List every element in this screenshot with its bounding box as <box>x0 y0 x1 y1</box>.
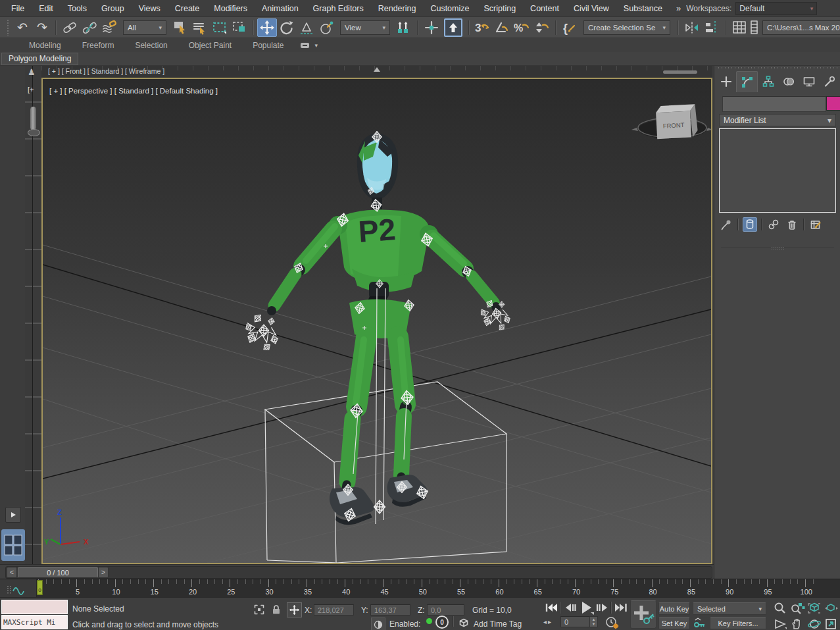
track-bar[interactable]: 5101520253035404550556065707580859095100… <box>0 579 840 598</box>
trackbar-frame-number[interactable]: 45 <box>365 588 403 596</box>
zoom-extents-button[interactable] <box>806 602 822 615</box>
tab-create[interactable] <box>716 71 736 92</box>
trackbar-frame-number[interactable]: 30 <box>250 588 288 596</box>
select-and-manipulate-button[interactable] <box>422 18 441 37</box>
bind-to-space-warp-button[interactable] <box>99 18 119 37</box>
menu-item[interactable]: Customize <box>423 4 476 13</box>
set-key-button[interactable]: Set Key <box>658 617 690 629</box>
select-by-name-button[interactable] <box>190 18 210 37</box>
front-viewport-label[interactable]: [ + ] [ Front ] [ Standard ] [ Wireframe… <box>48 67 164 75</box>
ribbon-tab[interactable]: Modeling <box>18 39 72 52</box>
select-and-link-button[interactable] <box>60 18 80 37</box>
snap-toggle-3d-button[interactable]: 3 <box>473 18 493 37</box>
tab-motion[interactable] <box>778 71 799 92</box>
modifier-stack-list[interactable] <box>719 128 836 213</box>
panel-rollout-divider[interactable] <box>721 248 834 248</box>
perspective-viewport-label[interactable]: [ + ] [ Perspective ] [ Standard ] [ Def… <box>49 87 218 95</box>
named-selection-set-dropdown[interactable]: Create Selection Se ▾ <box>583 20 670 35</box>
pin-stack-button[interactable] <box>719 217 733 232</box>
menu-item[interactable]: Content <box>523 4 566 13</box>
time-slider-handle[interactable]: 0 / 100 <box>18 567 98 578</box>
ribbon-tab[interactable]: Freeform <box>72 39 125 52</box>
left-hand-rig-cluster[interactable] <box>244 313 279 353</box>
trackbar-frame-number[interactable]: 100 <box>787 588 826 596</box>
keyboard-shortcut-override-toggle[interactable] <box>444 18 462 37</box>
z-coordinate-field[interactable]: 0,0 <box>427 604 464 616</box>
absolute-offset-mode-toggle[interactable] <box>287 602 302 617</box>
x-coordinate-field[interactable]: 218,027 <box>314 604 354 616</box>
trackbar-frame-number[interactable]: 85 <box>672 588 710 596</box>
tab-display[interactable] <box>799 71 819 92</box>
selection-set-dropdown[interactable]: Selected ▾ <box>693 602 766 615</box>
menu-item[interactable]: Substance <box>616 4 670 13</box>
toolbar-drag-handle[interactable] <box>7 19 10 36</box>
panel-drag-handle[interactable] <box>717 66 838 70</box>
toggle-scene-explorer-button[interactable] <box>729 18 749 37</box>
go-to-end-button[interactable] <box>613 602 629 614</box>
menu-item[interactable]: Scripting <box>476 4 523 13</box>
tab-modify[interactable] <box>736 71 758 92</box>
ribbon-tab[interactable]: Populate <box>242 39 294 52</box>
menu-item[interactable]: Civil View <box>566 4 616 13</box>
viewport-scrollbar-handle[interactable] <box>663 70 697 74</box>
select-and-rotate-button[interactable] <box>277 18 297 37</box>
ribbon-config-dropdown[interactable]: ▾ <box>300 41 318 52</box>
time-slider-track[interactable] <box>5 566 712 579</box>
polygon-modeling-panel[interactable]: Polygon Modeling <box>1 53 78 65</box>
time-configuration-button[interactable] <box>605 616 620 629</box>
isolate-selection-toggle[interactable] <box>253 603 266 616</box>
frame-step-arrows[interactable]: ◂▸ <box>543 618 553 625</box>
trackbar-frame-number[interactable]: 50 <box>404 588 442 596</box>
auto-key-button[interactable]: Auto Key <box>658 602 690 615</box>
modifier-list-dropdown[interactable]: Modifier List ▾ <box>719 114 836 126</box>
zoom-all-button[interactable] <box>789 602 805 615</box>
redo-button[interactable]: ↷ <box>32 18 52 37</box>
menu-item[interactable]: Edit <box>32 4 61 13</box>
trackbar-frame-number[interactable]: 90 <box>710 588 749 596</box>
notification-badge[interactable]: 0 <box>435 616 449 629</box>
object-name-field[interactable] <box>722 96 826 112</box>
maximize-viewport-toggle[interactable] <box>824 617 839 630</box>
go-to-start-button[interactable] <box>543 602 559 614</box>
pan-view-button[interactable] <box>789 617 805 630</box>
toggle-layer-explorer-button[interactable] <box>749 18 758 37</box>
add-time-tag-button[interactable]: Add Time Tag <box>474 619 522 629</box>
selection-filter-dropdown[interactable]: All ▾ <box>123 20 166 35</box>
spinner-snap-toggle-button[interactable] <box>532 18 552 37</box>
menu-item[interactable]: Tools <box>61 4 94 13</box>
viewport-layout-tab-button[interactable] <box>1 529 25 561</box>
zoom-button[interactable] <box>772 602 788 615</box>
percent-snap-toggle-button[interactable]: % <box>512 18 532 37</box>
previous-frame-step-button[interactable] <box>562 602 577 614</box>
viewcube-front-label[interactable]: FRONT <box>663 121 685 130</box>
make-unique-button[interactable] <box>766 217 781 232</box>
menu-item[interactable]: Create <box>168 4 207 13</box>
zoom-extents-all-button[interactable] <box>824 602 839 615</box>
viewcube[interactable]: FRONT <box>631 104 711 139</box>
maxscript-mini-listener-input[interactable]: MAXScript Mi <box>1 615 68 629</box>
next-frame-step-button[interactable] <box>595 602 610 614</box>
left-strip-viewport-label[interactable]: [+ <box>28 86 34 93</box>
viewport-tabs-flyout-button[interactable] <box>5 507 21 523</box>
tab-hierarchy[interactable] <box>758 71 778 92</box>
new-key-default-in-tangent-button[interactable] <box>693 617 707 630</box>
trackbar-frame-number[interactable]: 65 <box>519 588 557 596</box>
trackbar-frame-number[interactable]: 95 <box>749 588 787 596</box>
select-and-place-button[interactable] <box>316 18 336 37</box>
key-filters-button[interactable]: Key Filters... <box>710 617 766 629</box>
orbit-button[interactable] <box>806 617 822 630</box>
ribbon-tab[interactable]: Object Paint <box>178 39 242 52</box>
trackbar-frame-number[interactable]: 5 <box>59 588 97 596</box>
project-folder-dropdown[interactable]: C:\Users\1...s Max 2022 ▾ <box>762 20 840 35</box>
menu-item[interactable]: Group <box>94 4 132 13</box>
menu-item[interactable]: File <box>4 4 32 13</box>
frame-spinner[interactable]: ▲▼ <box>589 616 598 627</box>
trackbar-frame-number[interactable]: 20 <box>174 588 212 596</box>
align-button[interactable] <box>702 18 722 37</box>
select-object-button[interactable] <box>170 18 190 37</box>
reference-coordinate-dropdown[interactable]: View ▾ <box>340 20 390 35</box>
previous-frame-button[interactable]: < <box>7 567 17 578</box>
tab-utilities[interactable] <box>819 71 839 92</box>
unlink-selection-button[interactable] <box>80 18 99 37</box>
perspective-viewport[interactable]: [ + ] [ Perspective ] [ Standard ] [ Def… <box>41 78 712 564</box>
